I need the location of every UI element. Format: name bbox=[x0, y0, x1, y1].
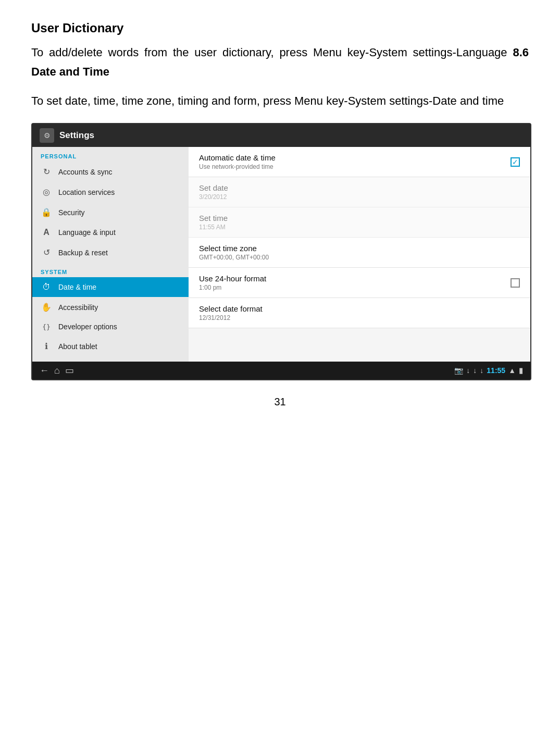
sidebar-item-accessibility[interactable]: ✋ Accessibility bbox=[32, 297, 189, 317]
back-nav-icon[interactable]: ← bbox=[40, 365, 49, 376]
setting-title: Set date bbox=[199, 183, 520, 192]
sidebar-item-label: Backup & reset bbox=[58, 249, 108, 257]
personal-section-label: PERSONAL bbox=[32, 147, 189, 162]
nav-buttons: ← ⌂ ▭ bbox=[40, 365, 74, 376]
setting-set-date: Set date 3/20/2012 bbox=[189, 177, 530, 207]
recent-nav-icon[interactable]: ▭ bbox=[65, 365, 74, 376]
setting-subtitle: 12/31/2012 bbox=[199, 314, 520, 321]
settings-sidebar: PERSONAL ↻ Accounts & sync ◎ Location se… bbox=[32, 147, 189, 362]
setting-title: Set time bbox=[199, 214, 520, 222]
language-icon: A bbox=[41, 228, 52, 237]
accounts-icon: ↻ bbox=[41, 167, 52, 177]
sidebar-item-developer[interactable]: {} Developer options bbox=[32, 317, 189, 336]
auto-datetime-checkbox[interactable]: ✓ bbox=[511, 157, 520, 167]
setting-subtitle: 11:55 AM bbox=[199, 224, 520, 231]
status-bar: ← ⌂ ▭ 📷 ↓ ↓ ↓ 11:55 ▲ ▮ bbox=[32, 362, 530, 379]
wifi-icon: ▲ bbox=[508, 366, 516, 375]
setting-subtitle: Use network-provided time bbox=[199, 163, 276, 170]
sidebar-item-label: Language & input bbox=[58, 228, 116, 237]
setting-title: Automatic date & time bbox=[199, 153, 276, 162]
setting-subtitle: 1:00 pm bbox=[199, 284, 266, 291]
battery-icon: ▮ bbox=[519, 366, 523, 375]
settings-app-title: Settings bbox=[59, 130, 94, 141]
setting-title: Select date format bbox=[199, 304, 520, 313]
download-icon-2: ↓ bbox=[473, 366, 477, 375]
setting-subtitle: GMT+00:00, GMT+00:00 bbox=[199, 254, 520, 261]
sidebar-item-label: Date & time bbox=[58, 283, 96, 291]
settings-screenshot: ⚙ Settings PERSONAL ↻ Accounts & sync ◎ … bbox=[31, 123, 531, 380]
developer-icon: {} bbox=[41, 323, 52, 331]
sidebar-item-label: Accessibility bbox=[58, 303, 98, 312]
sidebar-item-label: Accounts & sync bbox=[58, 168, 113, 176]
accessibility-icon: ✋ bbox=[41, 302, 52, 312]
location-icon: ◎ bbox=[41, 187, 52, 197]
status-time: 11:55 bbox=[487, 366, 505, 375]
settings-app-icon: ⚙ bbox=[40, 128, 54, 143]
sidebar-item-accounts[interactable]: ↻ Accounts & sync bbox=[32, 162, 189, 182]
document-title: User Dictionary bbox=[31, 21, 529, 35]
system-section-label: SYSTEM bbox=[32, 263, 189, 277]
setting-title: Select time zone bbox=[199, 244, 520, 253]
sidebar-item-label: Location services bbox=[58, 188, 115, 196]
download-icon-1: ↓ bbox=[466, 366, 470, 375]
24hour-checkbox[interactable] bbox=[511, 278, 520, 288]
setting-24hour[interactable]: Use 24-hour format 1:00 pm bbox=[189, 268, 530, 298]
setting-set-time: Set time 11:55 AM bbox=[189, 207, 530, 238]
download-icon-3: ↓ bbox=[480, 366, 483, 375]
setting-timezone[interactable]: Select time zone GMT+00:00, GMT+00:00 bbox=[189, 238, 530, 268]
setting-date-format[interactable]: Select date format 12/31/2012 bbox=[189, 298, 530, 328]
setting-subtitle: 3/20/2012 bbox=[199, 193, 520, 201]
sidebar-item-language[interactable]: A Language & input bbox=[32, 222, 189, 242]
settings-body: PERSONAL ↻ Accounts & sync ◎ Location se… bbox=[32, 147, 530, 362]
about-icon: ℹ bbox=[41, 341, 52, 351]
settings-main-panel: Automatic date & time Use network-provid… bbox=[189, 147, 530, 362]
camera-icon: 📷 bbox=[454, 366, 463, 375]
paragraph-2: To set date, time, time zone, timing and… bbox=[31, 91, 529, 110]
page-number: 31 bbox=[31, 396, 529, 408]
sidebar-item-datetime[interactable]: ⏱ Date & time bbox=[32, 277, 189, 297]
settings-topbar: ⚙ Settings bbox=[32, 124, 530, 147]
paragraph-1: To add/delete words from the user dictio… bbox=[31, 43, 529, 82]
datetime-icon: ⏱ bbox=[41, 282, 52, 292]
security-icon: 🔒 bbox=[41, 207, 52, 217]
sidebar-item-label: Security bbox=[58, 208, 85, 217]
sidebar-item-backup[interactable]: ↺ Backup & reset bbox=[32, 242, 189, 263]
sidebar-item-security[interactable]: 🔒 Security bbox=[32, 202, 189, 222]
status-right: 📷 ↓ ↓ ↓ 11:55 ▲ ▮ bbox=[454, 366, 523, 375]
home-nav-icon[interactable]: ⌂ bbox=[54, 365, 60, 376]
sidebar-item-about[interactable]: ℹ About tablet bbox=[32, 336, 189, 356]
sidebar-item-label: Developer options bbox=[58, 323, 117, 331]
setting-title: Use 24-hour format bbox=[199, 274, 266, 283]
sidebar-item-location[interactable]: ◎ Location services bbox=[32, 182, 189, 202]
backup-icon: ↺ bbox=[41, 247, 52, 257]
setting-auto-datetime[interactable]: Automatic date & time Use network-provid… bbox=[189, 147, 530, 177]
sidebar-item-label: About tablet bbox=[58, 342, 97, 351]
